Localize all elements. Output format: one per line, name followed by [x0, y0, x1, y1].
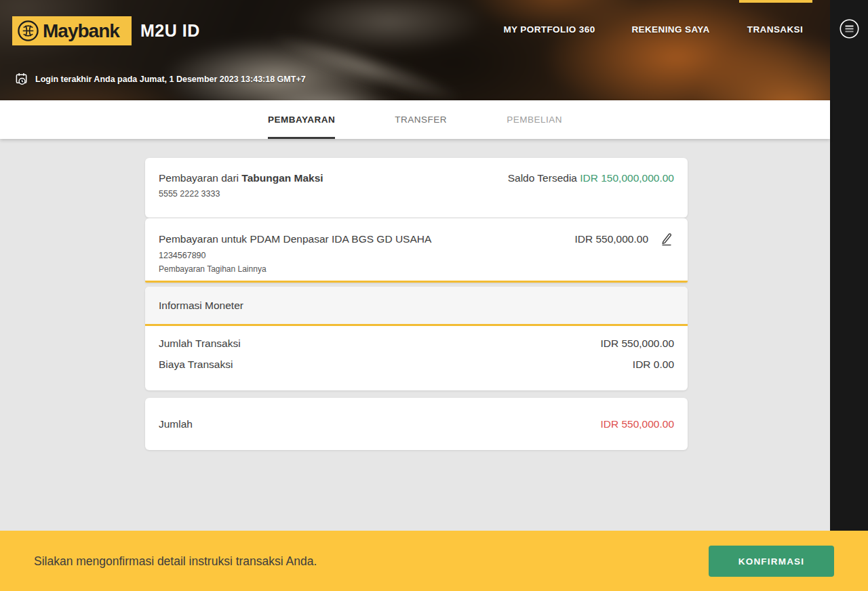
active-nav-indicator: [739, 0, 812, 3]
total-card: Jumlah IDR 550,000.00: [145, 398, 688, 450]
monetary-info-header: Informasi Moneter: [145, 287, 688, 326]
right-sidebar: [830, 0, 868, 531]
tab-pembelian[interactable]: PEMBELIAN: [507, 100, 562, 139]
calendar-clock-icon: [15, 72, 29, 86]
brand-area: Maybank M2U ID: [12, 16, 200, 45]
tab-pembayaran[interactable]: PEMBAYARAN: [268, 100, 335, 139]
monetary-info-card: Informasi Moneter Jumlah Transaksi IDR 5…: [145, 287, 688, 390]
transaction-amount-row: Jumlah Transaksi IDR 550,000.00: [159, 338, 674, 359]
bill-number: 1234567890: [159, 251, 674, 260]
payment-from-line: Pembayaran dari Tabungan Maksi: [159, 172, 323, 184]
menu-button[interactable]: [840, 19, 859, 39]
pencil-icon: [658, 232, 673, 247]
transaction-fee-value: IDR 0.00: [633, 359, 674, 371]
balance-value: IDR 150,000,000.00: [580, 172, 674, 184]
confirm-footer-bar: Silakan mengonfirmasi detail instruksi t…: [0, 531, 868, 591]
app-name: M2U ID: [140, 21, 200, 41]
transaction-fee-label: Biaya Transaksi: [159, 359, 233, 371]
transaction-tabbar: PEMBAYARAN TRANSFER PEMBELIAN: [0, 100, 830, 139]
monetary-info-body: Jumlah Transaksi IDR 550,000.00 Biaya Tr…: [145, 326, 688, 390]
nav-item-my-portfolio-360[interactable]: MY PORTFOLIO 360: [503, 24, 595, 35]
source-account-number: 5555 2222 3333: [159, 189, 674, 199]
nav-item-rekening-saya[interactable]: REKENING SAYA: [631, 24, 709, 35]
maybank-logo[interactable]: Maybank: [12, 16, 132, 45]
transaction-amount-label: Jumlah Transaksi: [159, 338, 241, 350]
edit-amount-button[interactable]: [658, 231, 674, 247]
tab-transfer[interactable]: TRANSFER: [395, 100, 447, 139]
source-account-name: Tabungan Maksi: [241, 172, 323, 184]
konfirmasi-button[interactable]: KONFIRMASI: [709, 546, 834, 577]
hamburger-icon: [846, 26, 854, 32]
nav-item-transaksi[interactable]: TRANSAKSI: [747, 24, 803, 35]
m2u-banking-screen: MY PORTFOLIO 360 REKENING SAYA TRANSAKSI…: [0, 0, 868, 591]
confirm-message: Silakan mengonfirmasi detail instruksi t…: [34, 554, 317, 568]
payment-destination-card: Pembayaran untuk PDAM Denpasar IDA BGS G…: [145, 218, 688, 283]
total-label: Jumlah: [159, 418, 193, 430]
balance-line: Saldo Tersedia IDR 150,000,000.00: [508, 172, 674, 184]
total-value: IDR 550,000.00: [600, 418, 674, 430]
payment-source-card: Pembayaran dari Tabungan Maksi Saldo Ter…: [145, 158, 688, 218]
last-login-text: Login terakhir Anda pada Jumat, 1 Desemb…: [35, 75, 306, 84]
monetary-info-title: Informasi Moneter: [159, 300, 243, 312]
tiger-head-icon: [17, 20, 39, 42]
payment-from-prefix: Pembayaran dari: [159, 172, 241, 184]
hero-header: MY PORTFOLIO 360 REKENING SAYA TRANSAKSI…: [0, 0, 830, 100]
confirmation-cards: Pembayaran dari Tabungan Maksi Saldo Ter…: [145, 158, 688, 450]
transaction-amount-value: IDR 550,000.00: [600, 338, 674, 350]
balance-label: Saldo Tersedia: [508, 172, 580, 184]
payment-amount: IDR 550,000.00: [574, 233, 648, 245]
brand-wordmark: Maybank: [43, 20, 119, 42]
payment-to-title: Pembayaran untuk PDAM Denpasar IDA BGS G…: [159, 233, 431, 245]
payment-category: Pembayaran Tagihan Lainnya: [159, 264, 674, 274]
last-login-row: Login terakhir Anda pada Jumat, 1 Desemb…: [15, 72, 306, 86]
transaction-fee-row: Biaya Transaksi IDR 0.00: [159, 359, 674, 380]
